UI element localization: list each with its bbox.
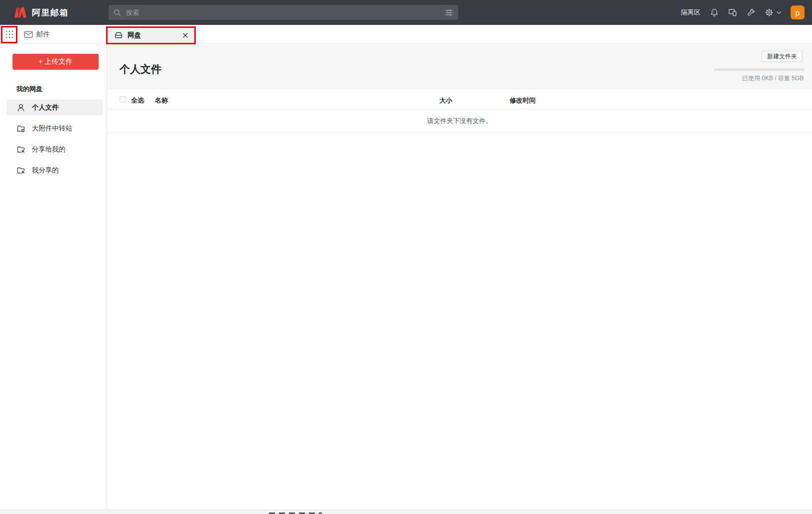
main-content: 个人文件 新建文件夹 已使用 0KB / 容量 5GB 全选 名称 大小 修改时… (107, 44, 812, 514)
empty-folder-message: 该文件夹下没有文件。 (427, 117, 492, 126)
column-header-name: 名称 (155, 96, 168, 105)
drive-icon (114, 31, 124, 39)
brand: 阿里邮箱 (13, 0, 69, 25)
content-header: 个人文件 新建文件夹 已使用 0KB / 容量 5GB (107, 44, 812, 90)
person-icon (16, 103, 25, 112)
sidebar-item-label: 我分享的 (32, 166, 59, 175)
sidebar-item-shared-with-me[interactable]: 分享给我的 (6, 141, 103, 157)
sidebar-section-title: 我的网盘 (16, 85, 107, 94)
new-folder-button[interactable]: 新建文件夹 (762, 51, 803, 62)
tab-drive[interactable]: 网盘 (108, 26, 195, 44)
page-body: + 上传文件 我的网盘 个人文件 (0, 44, 812, 514)
app-grid-icon[interactable] (5, 30, 14, 39)
notification-bell-icon[interactable] (710, 8, 719, 17)
multi-device-icon[interactable] (728, 8, 737, 17)
tabbar: 邮件 网盘 (0, 25, 812, 44)
sidebar-item-personal-files[interactable]: 个人文件 (6, 100, 103, 116)
sidebar-item-attachment-transfer[interactable]: 大附件中转站 (6, 121, 103, 136)
column-header-size: 大小 (439, 96, 452, 105)
column-header-modified: 修改时间 (510, 96, 536, 105)
sidebar-item-label: 个人文件 (32, 103, 59, 112)
search-input[interactable] (125, 8, 445, 17)
quarantine-link[interactable]: 隔离区 (681, 8, 700, 17)
settings-menu[interactable] (765, 8, 781, 17)
alimail-logo-icon (13, 6, 28, 18)
avatar[interactable]: p (791, 5, 805, 19)
folder-attachment-icon (16, 124, 25, 133)
alimail-drive-screen: 阿里邮箱 隔离区 (0, 0, 812, 514)
empty-folder-row: 该文件夹下没有文件。 (107, 110, 812, 132)
topbar: 阿里邮箱 隔离区 (0, 0, 812, 25)
file-table-header: 全选 名称 大小 修改时间 (107, 90, 812, 110)
tab-mail-label: 邮件 (36, 30, 50, 39)
sidebar-item-label: 大附件中转站 (32, 124, 72, 133)
quota-progress-bar (714, 68, 805, 71)
select-all-checkbox[interactable] (120, 96, 126, 103)
envelope-icon (24, 31, 33, 38)
sidebar-item-label: 分享给我的 (32, 145, 66, 154)
upload-file-button[interactable]: + 上传文件 (12, 54, 99, 70)
chevron-down-icon (777, 11, 781, 14)
wrench-icon[interactable] (747, 8, 755, 17)
folder-person-icon (16, 166, 25, 175)
search-filter-icon[interactable] (445, 8, 453, 17)
sidebar: + 上传文件 我的网盘 个人文件 (0, 44, 107, 514)
close-tab-icon[interactable] (181, 31, 189, 39)
select-all-label[interactable]: 全选 (131, 96, 144, 105)
quota-text: 已使用 0KB / 容量 5GB (742, 74, 804, 83)
search-box (109, 5, 458, 20)
gear-icon (765, 8, 774, 17)
brand-name: 阿里邮箱 (32, 7, 69, 18)
tab-drive-label: 网盘 (128, 31, 141, 40)
page-title: 个人文件 (120, 62, 161, 76)
folder-person-icon (16, 145, 25, 154)
search-icon (114, 9, 121, 16)
sidebar-item-my-shares[interactable]: 我分享的 (6, 162, 103, 178)
topbar-actions: 隔离区 (681, 0, 805, 25)
bottom-edge-strip (0, 510, 812, 514)
tab-mail[interactable]: 邮件 (24, 25, 50, 44)
